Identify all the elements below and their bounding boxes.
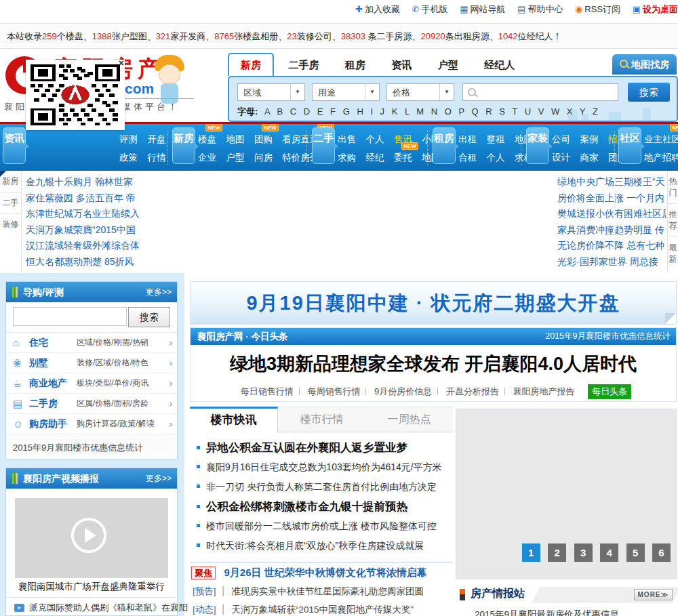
nav-tab-decoration[interactable]: 家装	[526, 127, 549, 164]
nav-link[interactable]: 行情	[147, 148, 165, 167]
nav-tab-rent[interactable]: 租房	[433, 127, 456, 164]
focus-link[interactable]: 天润万象城斩获“2015中国襄阳地产传媒大奖”	[232, 604, 414, 615]
set-desktop-link[interactable]: ▣设为桌面	[633, 4, 678, 14]
news-link[interactable]: 绿地中央广场三期楼王“天	[557, 174, 666, 190]
favorite-link[interactable]: ✚加入收藏	[355, 4, 400, 14]
play-icon[interactable]	[71, 518, 106, 553]
promo-banner[interactable]: 9月19日襄阳中建 · 状元府二期盛大开盘	[190, 281, 677, 325]
market-news-item[interactable]: 楼市回暖部分一二线城市房价或上涨 楼市风险整体可控	[197, 516, 450, 536]
nav-link[interactable]: 政策	[119, 148, 138, 167]
news-link[interactable]: 房价将全面上涨 一个月内	[557, 190, 666, 207]
nav-link[interactable]: 合租	[458, 148, 477, 167]
nav-link[interactable]: 设计	[552, 148, 570, 167]
guide-item-assistant[interactable]: ☺ 购房助手 购房计算器/政策/解读 ›	[6, 414, 177, 434]
search-input[interactable]	[462, 83, 618, 101]
guide-search-button[interactable]: 搜索	[128, 307, 170, 327]
nav-link[interactable]: 户型	[226, 148, 244, 167]
nav-link[interactable]: 业主社区NEW	[644, 130, 678, 148]
nav-link[interactable]: 商家	[580, 148, 598, 167]
carousel-page-button[interactable]: 2	[548, 543, 566, 562]
band-tab-hot[interactable]: 热门	[668, 171, 678, 204]
nav-link[interactable]: 地图	[226, 130, 244, 148]
news-link[interactable]: 东津世纪城万名业主陆续入	[26, 206, 149, 222]
news-link[interactable]: 樊城送报小伙有困难社区居	[557, 206, 666, 222]
market-news-item[interactable]: 襄阳9月16日住宅成交总数为103套均价为4614元/平方米	[197, 457, 450, 477]
video-player[interactable]	[15, 498, 168, 578]
nav-link[interactable]: 个人	[365, 130, 384, 148]
nav-link[interactable]: 地产招聘	[644, 148, 678, 167]
nav-link[interactable]: 个人	[486, 148, 504, 167]
tab-agent[interactable]: 经纪人	[473, 54, 526, 76]
tab-floorplan[interactable]: 户型	[426, 54, 470, 76]
headline-sub-link[interactable]: 每周销售行情	[307, 386, 360, 396]
photo-carousel[interactable]: 1 2 3 4 5 6	[456, 409, 677, 579]
nav-link[interactable]: 案例	[580, 130, 598, 148]
carousel-page-button[interactable]: 6	[652, 543, 671, 562]
nav-link[interactable]: 企业	[198, 148, 216, 167]
guide-item-resale[interactable]: ▤ 二手房 区属/价格/面积/房龄 ›	[6, 394, 177, 414]
news-link[interactable]: 金九银十乐购月 翰林世家	[26, 174, 149, 190]
nav-link[interactable]: 委托NEW	[394, 148, 412, 167]
headline-sub-link[interactable]: 开盘分析报告	[446, 386, 499, 396]
news-link[interactable]: 家住紫薇园 多活五百年 帝	[26, 190, 149, 207]
nav-link[interactable]: 团购NEW	[254, 130, 273, 148]
tab-weekly-hot[interactable]: 一周热点	[365, 407, 453, 432]
nav-link[interactable]: 问房	[254, 148, 273, 167]
guide-item-villa[interactable]: ❀ 别墅 装修/区域/价格/特色 ›	[6, 353, 177, 373]
video-list-item[interactable]: ▸ 派克国际赞助人偶剧《猫和老鼠》在襄阳	[6, 597, 177, 616]
news-link[interactable]: 家具消费冲撞趋势明显 传	[557, 222, 666, 239]
mobile-link[interactable]: ✆手机版	[412, 4, 448, 14]
market-news-item[interactable]: 公积金松绑将刺激楼市金九银十提前预热	[197, 497, 450, 516]
daily-headline-badge[interactable]: 每日头条	[588, 384, 631, 399]
news-link[interactable]: 汉江流域轻奢级外滩综合体	[26, 238, 149, 254]
guide-more-link[interactable]: 更多>>	[146, 282, 172, 302]
tab-new-house[interactable]: 新房	[228, 53, 274, 76]
news-link[interactable]: 无论房价降不降 总有七种	[557, 238, 666, 254]
band-tab-resale[interactable]: 二手	[0, 192, 21, 214]
price-select[interactable]: 价格 ▼	[386, 83, 454, 101]
nav-link[interactable]: 开盘	[147, 130, 165, 148]
focus-link[interactable]: 准现房实景中秋佳节红星国际豪礼助您阖家团圆	[232, 586, 424, 596]
headline-sub-link[interactable]: 襄阳房地产报告	[513, 386, 575, 396]
headline-sub-link[interactable]: 9月份房价信息	[374, 386, 432, 396]
guide-footer-link[interactable]: 2015年9月襄阳楼市优惠信息统计	[6, 434, 177, 454]
nav-link[interactable]: 求购	[338, 148, 356, 167]
carousel-page-button[interactable]: 3	[574, 543, 593, 562]
guide-search-input[interactable]	[13, 307, 127, 326]
band-tab-decoration[interactable]: 装修	[0, 214, 21, 235]
guide-item-commercial[interactable]: ☕ 商业地产 板块/类型/单价/商讯 ›	[6, 373, 177, 394]
headline-sub-link[interactable]: 每日销售行情	[241, 386, 294, 396]
nav-link[interactable]: 出租	[458, 130, 477, 148]
tab-news[interactable]: 资讯	[380, 54, 423, 76]
market-news-item[interactable]: 时代天街:将会亮相月底“双放心”秋季住房建设成就展	[197, 536, 450, 556]
video-caption-link[interactable]: 襄阳南国城市广场开盘盛典隆重举行	[6, 581, 177, 593]
tab-rent[interactable]: 租房	[334, 54, 377, 76]
tab-market-flash[interactable]: 楼市快讯	[190, 407, 278, 432]
letter-links[interactable]: A B C D E F G H I J K L M N O P Q R S T …	[264, 106, 598, 117]
news-link[interactable]: 光彩·国邦家世界 周总接	[557, 254, 666, 270]
tab-resale[interactable]: 二手房	[277, 54, 330, 76]
search-button[interactable]: 搜索	[628, 83, 670, 102]
carousel-page-button[interactable]: 4	[600, 543, 618, 562]
help-link[interactable]: ▤帮助中心	[517, 4, 563, 14]
nav-tab-new-house[interactable]: 新房	[172, 127, 195, 164]
map-search-button[interactable]: 地图找房	[612, 54, 677, 75]
focus-headline-link[interactable]: 9月26日 世纪荣华中秋博饼文化节将浓情启幕	[224, 567, 426, 578]
nav-tab-resale[interactable]: 二手	[312, 127, 335, 164]
band-tab-new-house[interactable]: 新房	[0, 171, 21, 192]
band-tab-latest[interactable]: 最新	[668, 237, 678, 270]
guide-item-residence[interactable]: ⌂ 住宅 区域/价格/刚需/热销 ›	[6, 333, 177, 353]
intel-item-link[interactable]: 2015年9月襄阳最新房价及优惠信息	[475, 609, 619, 616]
video-more-link[interactable]: 更多>>	[146, 468, 172, 489]
news-link[interactable]: 天润万象城荣膺“2015中国	[26, 222, 149, 239]
intel-more-button[interactable]: MORE≫	[634, 589, 673, 600]
nav-tab-community[interactable]: 社区	[618, 127, 641, 164]
rss-link[interactable]: ◉RSS订阅	[575, 4, 620, 14]
carousel-page-button[interactable]: 5	[626, 543, 645, 562]
nav-link[interactable]: 整租	[486, 130, 504, 148]
nav-link[interactable]: 经纪	[365, 148, 384, 167]
nav-tab-news[interactable]: 资讯	[3, 127, 26, 164]
usage-select[interactable]: 用途 ▼	[312, 83, 380, 101]
top-headline-link[interactable]: 绿地3期新品理想家全球发布 开启襄阳4.0人居时代	[191, 352, 676, 376]
tab-market-quotes[interactable]: 楼市行情	[278, 407, 365, 432]
